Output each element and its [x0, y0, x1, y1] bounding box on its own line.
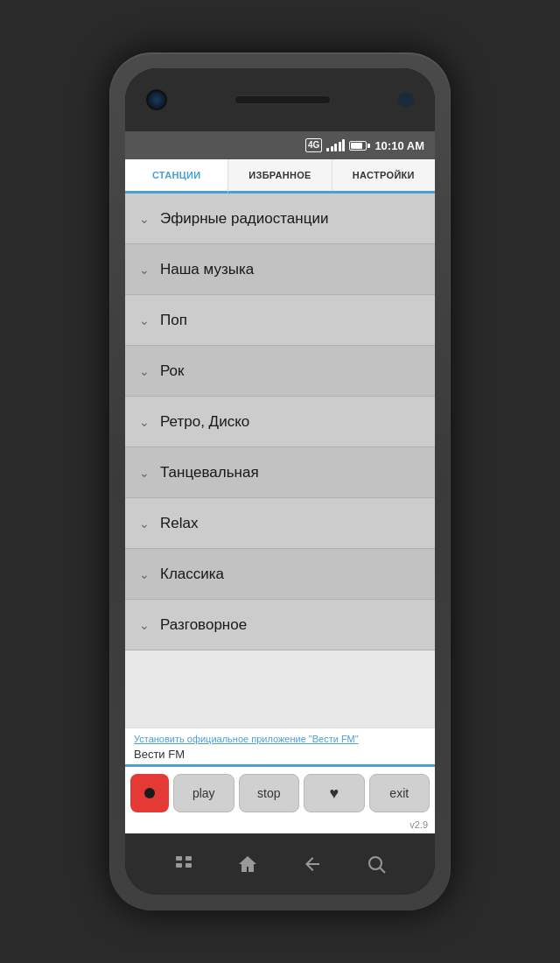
battery-fill — [351, 143, 362, 149]
exit-button[interactable]: exit — [369, 774, 430, 812]
nav-back-button[interactable] — [295, 847, 330, 882]
phone-device: 4G 10:10 AM — [109, 53, 451, 910]
player-section: Установить официальное приложение "Вести… — [125, 728, 435, 833]
svg-rect-3 — [186, 863, 192, 868]
bottom-bezel — [125, 833, 435, 895]
nav-recent-button[interactable] — [166, 847, 201, 882]
top-bezel — [125, 68, 435, 131]
version-label: v2.9 — [125, 819, 435, 833]
chevron-right-icon: ⌄ — [139, 517, 150, 531]
recent-apps-icon — [173, 854, 194, 875]
signal-bar-1 — [326, 148, 329, 151]
chevron-right-icon: ⌄ — [139, 364, 150, 378]
chevron-right-icon: ⌄ — [139, 567, 150, 581]
status-bar: 4G 10:10 AM — [125, 131, 435, 159]
signal-bar-5 — [342, 139, 345, 151]
status-icons: 4G 10:10 AM — [305, 138, 424, 152]
front-camera-icon — [146, 89, 167, 110]
list-item[interactable]: ⌄ Классика — [125, 549, 435, 600]
play-button[interactable]: play — [173, 774, 234, 812]
network-4g-icon: 4G — [305, 138, 322, 152]
phone-inner: 4G 10:10 AM — [125, 68, 435, 895]
chevron-right-icon: ⌄ — [139, 415, 150, 429]
category-label: Relax — [160, 515, 198, 532]
chevron-right-icon: ⌄ — [139, 263, 150, 277]
category-label: Танцевальная — [160, 464, 259, 482]
earpiece-speaker — [234, 95, 331, 104]
list-item[interactable]: ⌄ Разговорное — [125, 600, 435, 650]
list-item[interactable]: ⌄ Рок — [125, 346, 435, 397]
status-time: 10:10 AM — [374, 139, 424, 152]
back-icon — [302, 854, 323, 875]
battery-tip — [368, 144, 370, 148]
player-controls: play stop ♥ exit — [125, 767, 435, 819]
chevron-right-icon: ⌄ — [139, 212, 150, 226]
nav-home-button[interactable] — [230, 847, 265, 882]
screen: 4G 10:10 AM — [125, 131, 435, 833]
install-link[interactable]: Установить официальное приложение "Вести… — [125, 728, 435, 746]
signal-strength-icon — [326, 139, 345, 151]
svg-rect-1 — [186, 856, 192, 861]
tab-favorites[interactable]: ИЗБРАННОЕ — [228, 159, 332, 191]
station-name: Вести FM — [125, 746, 435, 764]
stop-button[interactable]: stop — [239, 774, 300, 812]
category-label: Эфирные радиостанции — [160, 210, 328, 228]
list-item[interactable]: ⌄ Relax — [125, 498, 435, 549]
record-dot-icon — [144, 788, 155, 798]
front-sensor-icon — [398, 92, 414, 108]
signal-bar-4 — [339, 142, 341, 151]
chevron-right-icon: ⌄ — [139, 618, 150, 632]
svg-rect-0 — [176, 856, 182, 861]
chevron-right-icon: ⌄ — [139, 313, 150, 327]
battery-icon — [349, 141, 370, 151]
category-label: Наша музыка — [160, 261, 254, 278]
heart-icon: ♥ — [329, 784, 339, 803]
tab-bar: СТАНЦИИ ИЗБРАННОЕ НАСТРОЙКИ — [125, 159, 435, 193]
tab-stations[interactable]: СТАНЦИИ — [125, 159, 228, 193]
signal-bar-2 — [331, 146, 333, 151]
chevron-right-icon: ⌄ — [139, 466, 150, 480]
category-list: ⌄ Эфирные радиостанции ⌄ Наша музыка ⌄ П… — [125, 193, 435, 728]
category-label: Поп — [160, 312, 187, 329]
category-label: Классика — [160, 566, 224, 583]
svg-rect-2 — [176, 863, 182, 868]
list-item[interactable]: ⌄ Поп — [125, 295, 435, 346]
list-item[interactable]: ⌄ Танцевальная — [125, 447, 435, 498]
list-item[interactable]: ⌄ Эфирные радиостанции — [125, 193, 435, 244]
nav-search-button[interactable] — [359, 847, 394, 882]
signal-bar-3 — [334, 144, 337, 151]
battery-body — [349, 141, 367, 151]
tab-settings[interactable]: НАСТРОЙКИ — [332, 159, 435, 191]
category-label: Ретро, Диско — [160, 413, 249, 431]
favorite-button[interactable]: ♥ — [304, 774, 365, 812]
home-icon — [237, 854, 258, 875]
category-label: Разговорное — [160, 616, 247, 634]
svg-point-4 — [369, 857, 382, 869]
list-item[interactable]: ⌄ Наша музыка — [125, 244, 435, 295]
record-button[interactable] — [130, 774, 169, 812]
svg-line-5 — [381, 868, 386, 874]
category-label: Рок — [160, 362, 184, 380]
list-item[interactable]: ⌄ Ретро, Диско — [125, 397, 435, 447]
search-icon — [366, 854, 387, 875]
